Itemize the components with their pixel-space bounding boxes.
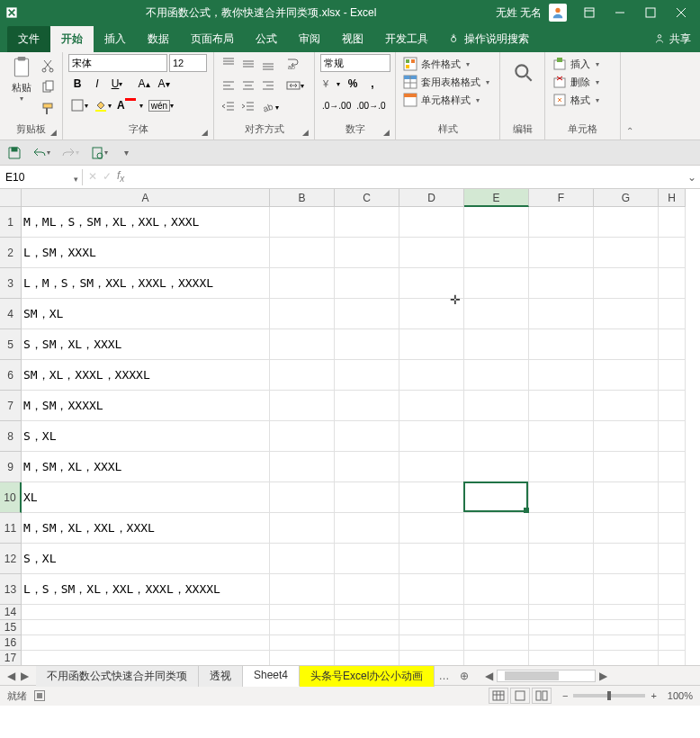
cell[interactable] [529,452,594,482]
cell[interactable] [270,605,335,620]
merge-center-button[interactable]: ▾ [284,76,306,95]
font-name-input[interactable] [68,54,167,72]
fx-icon[interactable]: fx [117,169,124,184]
tab-home[interactable]: 开始 [50,26,94,52]
orientation-button[interactable]: ab▾ [259,97,281,117]
column-header[interactable]: F [529,189,594,207]
macro-record-icon[interactable] [34,690,45,701]
cell[interactable] [22,635,270,651]
cell[interactable] [659,574,686,605]
cell[interactable] [399,574,464,605]
cut-button[interactable] [39,56,57,76]
sheet-next-icon[interactable]: ▶ [21,670,29,682]
cell[interactable] [399,268,464,299]
cell[interactable] [464,620,529,635]
column-header[interactable]: G [594,189,659,207]
align-top-button[interactable] [220,54,238,74]
cell[interactable] [594,421,659,452]
format-painter-button[interactable] [39,99,57,119]
cell[interactable] [270,574,335,605]
underline-button[interactable]: U▾ [108,74,126,94]
cell[interactable] [529,651,594,666]
cell[interactable] [529,635,594,651]
cell[interactable] [594,620,659,635]
cell[interactable] [659,207,686,238]
cell[interactable] [464,238,529,268]
cell[interactable] [464,207,529,238]
cell[interactable] [659,544,686,574]
cell[interactable] [399,238,464,268]
cell[interactable] [659,391,686,421]
close-icon[interactable] [666,1,696,24]
cell[interactable] [335,207,399,238]
number-launcher-icon[interactable]: ◢ [383,128,390,137]
cell[interactable]: SM，XL，XXXL，XXXXL [22,360,270,391]
cell[interactable] [529,482,594,513]
column-header[interactable]: C [335,189,399,207]
increase-indent-button[interactable] [239,97,257,117]
cell[interactable] [399,620,464,635]
cell[interactable] [659,452,686,482]
row-header[interactable]: 4 [0,299,22,329]
delete-cells-button[interactable]: 删除▾ [551,74,615,90]
cell[interactable] [335,268,399,299]
row-header[interactable]: 7 [0,391,22,421]
column-header[interactable]: H [659,189,686,207]
cell[interactable]: SM，XL [22,299,270,329]
row-header[interactable]: 14 [0,605,22,620]
cell[interactable] [659,299,686,329]
find-select-button[interactable] [506,59,542,86]
row-header[interactable]: 15 [0,620,22,635]
user-name[interactable]: 无姓 无名 [496,5,542,21]
format-as-table-button[interactable]: 套用表格格式▾ [401,74,494,90]
cell[interactable]: L，S，SM，XL，XXL，XXXL，XXXXL [22,574,270,605]
tab-formulas[interactable]: 公式 [245,26,288,52]
minimize-icon[interactable] [605,1,635,24]
cell[interactable] [529,268,594,299]
cell[interactable] [399,605,464,620]
cell[interactable] [22,620,270,635]
cell[interactable] [399,513,464,544]
cell[interactable] [270,207,335,238]
row-header[interactable]: 11 [0,513,22,544]
cell[interactable] [659,268,686,299]
wrap-text-button[interactable]: ab [284,54,302,74]
cell[interactable] [464,544,529,574]
increase-font-button[interactable]: A▴ [135,74,153,94]
format-cells-button[interactable]: 格式▾ [551,92,615,108]
cell[interactable] [335,360,399,391]
clipboard-launcher-icon[interactable]: ◢ [50,128,57,137]
align-middle-button[interactable] [239,54,257,74]
tab-review[interactable]: 审阅 [288,26,331,52]
cell[interactable] [594,391,659,421]
row-header[interactable]: 13 [0,574,22,605]
cell[interactable] [464,329,529,360]
share-button[interactable]: 共享 [653,32,700,47]
italic-button[interactable]: I [88,74,106,94]
cell[interactable] [594,329,659,360]
column-header[interactable]: A [22,189,270,207]
align-left-button[interactable] [220,76,238,95]
column-header[interactable]: B [270,189,335,207]
bold-button[interactable]: B [68,74,86,94]
cell[interactable] [270,391,335,421]
cell[interactable] [594,574,659,605]
cell[interactable] [464,605,529,620]
cell[interactable] [270,452,335,482]
cell[interactable] [594,207,659,238]
cell[interactable] [594,360,659,391]
row-header[interactable]: 9 [0,452,22,482]
row-header[interactable]: 1 [0,207,22,238]
redo-button[interactable]: ▾ [59,143,81,163]
row-header[interactable]: 17 [0,651,22,666]
cell[interactable]: M，SM，XXXXL [22,391,270,421]
alignment-launcher-icon[interactable]: ◢ [302,128,309,137]
cell[interactable] [399,299,464,329]
conditional-format-button[interactable]: 条件格式▾ [401,56,494,72]
add-sheet-icon[interactable]: ⊕ [453,670,476,682]
cell[interactable] [335,544,399,574]
increase-decimal-button[interactable]: .0→.00 [320,95,353,115]
cell[interactable]: L，M，S，SM，XXL，XXXL，XXXXL [22,268,270,299]
sheet-tab[interactable]: 不用函数公式快速合并同类项 [36,665,199,687]
cell[interactable] [464,574,529,605]
